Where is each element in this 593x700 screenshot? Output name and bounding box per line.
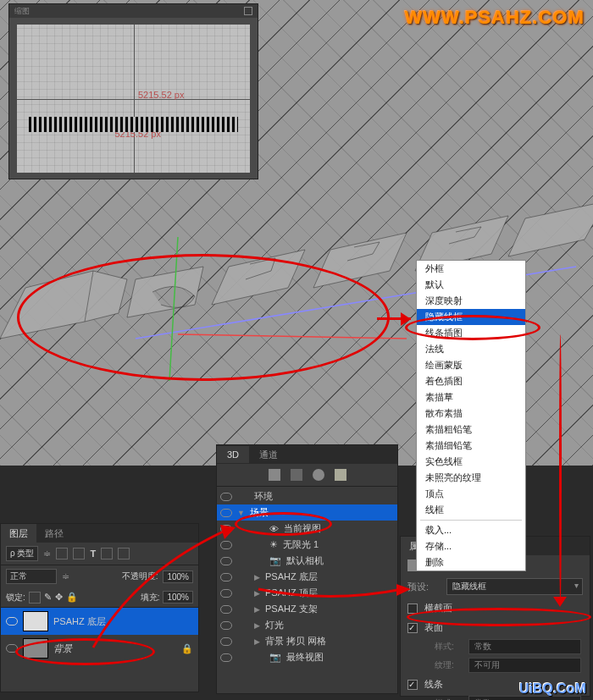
surface-texture-select[interactable]: 不可用 bbox=[468, 658, 581, 673]
wire-label: 线条 bbox=[424, 678, 443, 691]
filter-kind-select[interactable]: ρ 类型 bbox=[6, 546, 38, 561]
menu-item-load[interactable]: 载入... bbox=[417, 522, 525, 538]
menu-item-default[interactable]: 默认 bbox=[417, 277, 525, 293]
tree-item-bg-copy-grid[interactable]: ▶背景 拷贝 网格 bbox=[217, 633, 397, 649]
menu-item-paint-mask[interactable]: 绘画蒙版 bbox=[417, 357, 525, 373]
surface-checkbox[interactable] bbox=[407, 623, 418, 633]
props-surface-style-row: 样式: 常数 bbox=[401, 637, 590, 656]
props-surface-texture-row: 纹理: 不可用 bbox=[401, 656, 590, 675]
watermark-bottom: UiBQ.CoM bbox=[519, 681, 586, 697]
navigator-collapse-icon[interactable] bbox=[244, 7, 252, 15]
menu-item-depth[interactable]: 深度映射 bbox=[417, 293, 525, 309]
menu-item-wireframe[interactable]: 线框 bbox=[417, 502, 525, 518]
lock-position-icon[interactable]: ✥ bbox=[55, 592, 63, 603]
filter-scene-icon[interactable] bbox=[269, 469, 280, 481]
props-preset-label: 预设: bbox=[407, 581, 440, 593]
visibility-toggle[interactable] bbox=[220, 509, 232, 517]
annotation-circle-preset bbox=[407, 608, 591, 626]
navigator-header[interactable]: 缩图 bbox=[9, 4, 258, 18]
layer-visibility-toggle[interactable] bbox=[6, 617, 18, 626]
lock-image-icon[interactable]: ✎ bbox=[44, 592, 52, 603]
lock-all-icon[interactable]: 🔒 bbox=[66, 592, 78, 603]
filter-light-icon[interactable] bbox=[335, 469, 346, 481]
render-mode-context-menu: 外框 默认 深度映射 隐藏线框 线条插图 法线 绘画蒙版 着色插图 素描草 散布… bbox=[416, 260, 526, 571]
annotation-arrow-scene-to-props bbox=[254, 582, 411, 608]
menu-item-scatter-sketch[interactable]: 散布素描 bbox=[417, 405, 525, 422]
tab-layers[interactable]: 图层 bbox=[1, 524, 36, 543]
wire-checkbox[interactable] bbox=[407, 680, 418, 690]
lock-transparency-icon[interactable] bbox=[29, 592, 41, 604]
annotation-circle-main bbox=[17, 254, 390, 381]
navigator-min-icon[interactable]: 缩图 bbox=[14, 6, 30, 17]
annotation-circle-menu-item bbox=[405, 315, 540, 340]
menu-item-save[interactable]: 存储... bbox=[417, 538, 525, 554]
filter-mesh-icon[interactable] bbox=[291, 469, 302, 481]
menu-item-delete[interactable]: 删除 bbox=[417, 554, 525, 570]
navigator-preview[interactable]: 5215.52 px 5215.52 px bbox=[17, 25, 250, 173]
surface-texture-label: 纹理: bbox=[435, 659, 462, 671]
tree-item-environment[interactable]: 环境 bbox=[217, 488, 397, 504]
layer-thumbnail[interactable] bbox=[23, 611, 48, 631]
panel-3d-toolbar bbox=[217, 464, 397, 487]
panel-3d-tabs: 3D 通道 bbox=[217, 445, 397, 464]
annotation-circle-scene bbox=[235, 512, 332, 536]
navigator-dim-w: 5215.52 px bbox=[138, 90, 184, 100]
tab-3d[interactable]: 3D bbox=[217, 446, 249, 463]
tree-item-infinite-light[interactable]: ☀无限光 1 bbox=[217, 537, 397, 553]
tree-item-lights[interactable]: ▶灯光 bbox=[217, 617, 397, 633]
lock-label: 锁定: bbox=[6, 592, 25, 604]
menu-item-shaded-illustration[interactable]: 着色插图 bbox=[417, 373, 525, 389]
watermark-top: WWW.PSAHZ.COM bbox=[405, 7, 585, 29]
filter-adjustment-icon[interactable] bbox=[73, 548, 85, 559]
visibility-toggle[interactable] bbox=[220, 493, 232, 501]
filter-material-icon[interactable] bbox=[313, 469, 324, 481]
menu-item-solid-wireframe[interactable]: 实色线框 bbox=[417, 454, 525, 470]
menu-item-sketch[interactable]: 素描草 bbox=[417, 389, 525, 405]
panel-3d: 3D 通道 环境 ▼场景 👁当前视图 ☀无限光 1 📷默认相机 ▶PSAHZ 底… bbox=[216, 444, 398, 694]
tab-channels[interactable]: 通道 bbox=[249, 445, 288, 465]
filter-pixel-icon[interactable] bbox=[56, 548, 68, 559]
menu-item-outline[interactable]: 外框 bbox=[417, 261, 525, 277]
menu-item-normals[interactable]: 法线 bbox=[417, 341, 525, 357]
navigator-content-preview bbox=[29, 117, 239, 132]
annotation-arrow-layer-to-scene bbox=[85, 521, 237, 656]
menu-item-sketch-thick[interactable]: 素描粗铅笔 bbox=[417, 422, 525, 438]
annotation-circle-layer bbox=[15, 638, 155, 665]
tree-item-final-view[interactable]: 📷最终视图 bbox=[217, 649, 397, 665]
blend-mode-select[interactable]: 正常 bbox=[6, 569, 57, 584]
navigator-panel: 缩图 5215.52 px 5215.52 px bbox=[8, 3, 258, 179]
menu-item-sketch-thin[interactable]: 素描细铅笔 bbox=[417, 438, 525, 454]
menu-separator bbox=[420, 520, 522, 521]
surface-style-label: 样式: bbox=[435, 641, 462, 653]
annotation-arrow-down bbox=[525, 334, 576, 622]
tree-item-default-camera[interactable]: 📷默认相机 bbox=[217, 553, 397, 569]
tab-paths[interactable]: 路径 bbox=[36, 524, 72, 543]
menu-item-unlit-texture[interactable]: 未照亮的纹理 bbox=[417, 470, 525, 486]
surface-style-select[interactable]: 常数 bbox=[468, 639, 581, 654]
navigator-crosshair-h bbox=[17, 99, 250, 100]
menu-item-vertices[interactable]: 顶点 bbox=[417, 486, 525, 502]
